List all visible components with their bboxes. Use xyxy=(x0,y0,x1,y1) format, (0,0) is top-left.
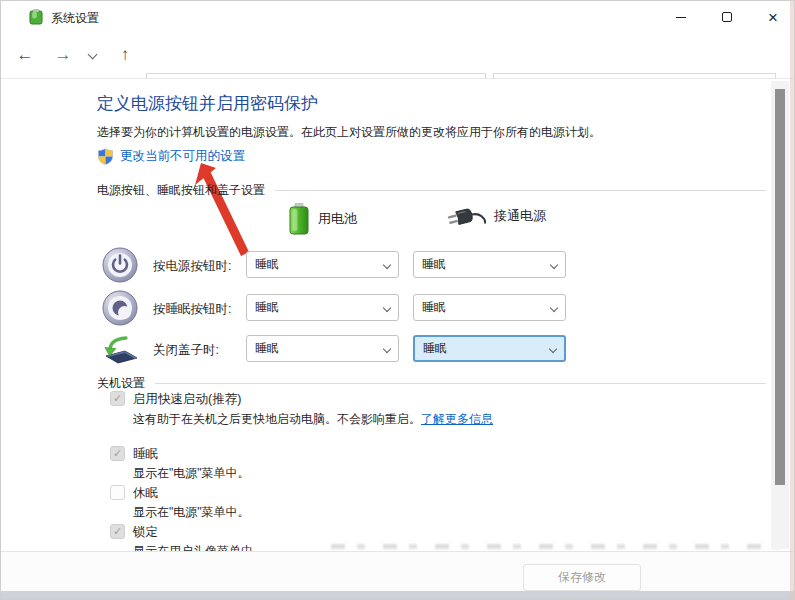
shutdown-section-header: 关机设置 xyxy=(97,375,766,392)
chevron-down-icon xyxy=(383,344,391,352)
minimize-button[interactable] xyxy=(658,1,704,33)
chevron-down-icon xyxy=(549,344,557,352)
chevron-down-icon xyxy=(383,303,391,311)
uac-shield-icon xyxy=(97,148,114,165)
section-rule xyxy=(275,190,766,191)
forward-button[interactable]: → xyxy=(51,45,75,65)
checkmark-icon: ✓ xyxy=(113,448,122,459)
sleep-button-on-battery-dropdown[interactable]: 睡眠 xyxy=(246,294,399,321)
section-title: 电源按钮、睡眠按钮和盖子设置 xyxy=(97,182,265,199)
sleep-checkbox[interactable]: ✓ xyxy=(110,446,125,461)
power-button-on-battery-dropdown[interactable]: 睡眠 xyxy=(246,251,399,278)
footer-bar: 保存修改 xyxy=(1,551,795,591)
power-buttons-section-header: 电源按钮、睡眠按钮和盖子设置 xyxy=(97,182,766,199)
minimize-icon xyxy=(676,17,686,18)
power-options-app-icon xyxy=(27,8,45,26)
window-title: 系统设置 xyxy=(51,10,99,27)
chevron-down-icon xyxy=(383,260,391,268)
lid-icon xyxy=(99,335,139,367)
dropdown-value: 睡眠 xyxy=(423,340,550,357)
close-button[interactable]: × xyxy=(750,1,795,33)
main-content: 定义电源按钮并启用密码保护 选择要为你的计算机设置的电源设置。在此页上对设置所做… xyxy=(1,79,795,551)
section-rule xyxy=(155,383,766,384)
page-description: 选择要为你的计算机设置的电源设置。在此页上对设置所做的更改将应用于你所有的电源计… xyxy=(97,124,601,141)
on-battery-label: 用电池 xyxy=(318,210,357,228)
screen-edge-artifact xyxy=(790,1,794,600)
maximize-icon xyxy=(722,12,732,22)
plugged-in-column-header: 接通电源 xyxy=(446,203,546,229)
system-settings-window: 系统设置 × ← → ↑ « 电源选项 › 系统设置 xyxy=(0,0,795,600)
lock-option-description: 显示在用户头像菜单中。 xyxy=(133,543,265,551)
chevron-down-icon xyxy=(550,303,558,311)
save-changes-button[interactable]: 保存修改 xyxy=(523,564,641,591)
window-bottom-edge xyxy=(1,591,795,600)
scrollbar-thumb[interactable] xyxy=(775,89,785,485)
fast-startup-checkbox[interactable]: ✓ xyxy=(110,391,125,406)
sleep-option-label: 睡眠 xyxy=(133,446,158,463)
dropdown-value: 睡眠 xyxy=(255,299,384,316)
fast-startup-label: 启用快速启动(推荐) xyxy=(133,391,241,408)
power-button-plugged-in-dropdown[interactable]: 睡眠 xyxy=(413,251,566,278)
sleep-option-description: 显示在"电源"菜单中。 xyxy=(133,465,250,482)
hibernate-option-description: 显示在"电源"菜单中。 xyxy=(133,504,250,521)
lock-option-label: 锁定 xyxy=(133,524,158,541)
section-title: 关机设置 xyxy=(97,375,145,392)
plug-icon xyxy=(446,203,486,229)
plugged-in-label: 接通电源 xyxy=(494,207,546,225)
change-unavailable-settings-link[interactable]: 更改当前不可用的设置 xyxy=(120,148,245,165)
close-lid-row-label: 关闭盖子时: xyxy=(153,342,219,359)
learn-more-link[interactable]: 了解更多信息 xyxy=(421,412,493,426)
chevron-down-icon xyxy=(550,260,558,268)
recent-pages-chevron-icon[interactable] xyxy=(88,50,98,60)
close-icon: × xyxy=(768,9,778,26)
up-button[interactable]: ↑ xyxy=(113,45,137,65)
close-lid-on-battery-dropdown[interactable]: 睡眠 xyxy=(246,335,399,362)
hibernate-option-label: 休眠 xyxy=(133,485,158,502)
dropdown-value: 睡眠 xyxy=(255,256,384,273)
red-annotation-arrow xyxy=(189,155,261,260)
admin-link-row[interactable]: 更改当前不可用的设置 xyxy=(97,148,245,165)
power-button-row-label: 按电源按钮时: xyxy=(153,258,231,275)
dropdown-value: 睡眠 xyxy=(255,340,384,357)
lock-checkbox[interactable]: ✓ xyxy=(110,524,125,539)
navigation-bar: ← → ↑ « 电源选项 › 系统设置 xyxy=(1,33,795,79)
dropdown-value: 睡眠 xyxy=(422,299,551,316)
description-text: 这有助于在关机之后更快地启动电脑。不会影响重启。 xyxy=(133,412,421,426)
title-bar: 系统设置 × xyxy=(1,1,795,33)
checkmark-icon: ✓ xyxy=(113,526,122,537)
close-lid-plugged-in-dropdown[interactable]: 睡眠 xyxy=(413,335,566,362)
sleep-button-row-label: 按睡眠按钮时: xyxy=(153,301,231,318)
sleep-button-icon xyxy=(102,290,138,326)
back-button[interactable]: ← xyxy=(13,45,37,65)
sleep-button-plugged-in-dropdown[interactable]: 睡眠 xyxy=(413,294,566,321)
on-battery-column-header: 用电池 xyxy=(288,203,357,235)
power-button-icon xyxy=(102,247,138,283)
vertical-scrollbar[interactable] xyxy=(771,81,789,549)
battery-icon xyxy=(288,203,310,235)
watermark-smudge xyxy=(331,544,786,549)
maximize-button[interactable] xyxy=(704,1,750,33)
page-title: 定义电源按钮并启用密码保护 xyxy=(97,92,318,115)
dropdown-value: 睡眠 xyxy=(422,256,551,273)
fast-startup-description: 这有助于在关机之后更快地启动电脑。不会影响重启。了解更多信息 xyxy=(133,411,493,428)
checkmark-icon: ✓ xyxy=(113,393,122,404)
hibernate-checkbox[interactable] xyxy=(110,485,125,500)
